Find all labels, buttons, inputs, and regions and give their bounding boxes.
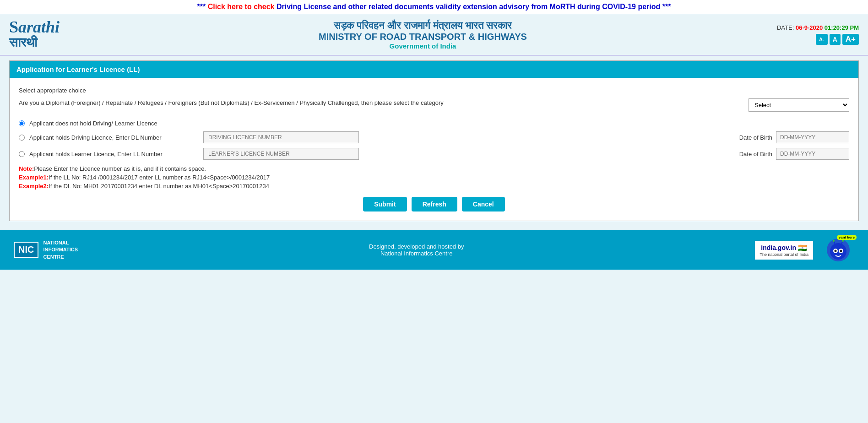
dob-group-ll: Date of Birth: [739, 148, 849, 160]
note-line-3: Example2:If the DL No: MH01 20170001234 …: [19, 183, 849, 190]
font-size-controls: A- A A+: [816, 34, 859, 45]
portal-title: india.gov.in: [761, 244, 796, 251]
banner-stars-suffix: ***: [662, 3, 671, 11]
main-content: Application for Learner's Licence (LL) S…: [0, 56, 868, 226]
form-panel-header: Application for Learner's Licence (LL): [10, 61, 858, 78]
banner-click-text[interactable]: Click here to check: [208, 3, 275, 11]
hosted-by: National Informatics Centre: [369, 250, 464, 257]
footer-right: india.gov.in 🇮🇳 The national portal of I…: [755, 239, 854, 261]
date-value: 06-9-2020: [796, 24, 823, 31]
logo-area: Sarathi सारथी: [9, 19, 69, 50]
site-footer: NIC NATIONAL INFORMATICS CENTRE Designed…: [0, 230, 868, 270]
example2-text: If the DL No: MH01 20170001234 enter DL …: [49, 183, 269, 190]
mascot-area: vani here: [827, 239, 854, 261]
example1-text: If the LL No: RJ14 /0001234/2017 enter L…: [49, 174, 270, 181]
refresh-button[interactable]: Refresh: [412, 197, 457, 212]
cancel-button[interactable]: Cancel: [462, 197, 505, 212]
note-line-2: Example1:If the LL No: RJ14 /0001234/201…: [19, 174, 849, 181]
hindi-ministry-title: सड़क परिवहन और राजमार्ग मंत्रालय भारत सर…: [69, 20, 777, 32]
dob-label-ll: Date of Birth: [739, 151, 772, 157]
nic-line1: NATIONAL: [43, 239, 78, 246]
nic-logo-box: NIC: [14, 242, 38, 258]
radio-group: Applicant does not hold Driving/ Learner…: [19, 120, 849, 160]
dl-number-input[interactable]: [203, 131, 359, 143]
nic-info: NIC NATIONAL INFORMATICS CENTRE: [14, 239, 78, 260]
radio-row-1: Applicant does not hold Driving/ Learner…: [19, 120, 849, 127]
date-label: DATE:: [777, 24, 794, 31]
category-select[interactable]: Select Diplomat (Foreigner) Repatriate R…: [749, 98, 849, 112]
font-large-button[interactable]: A+: [842, 34, 859, 45]
radio-ll-label: Applicant holds Learner Licence, Enter L…: [29, 151, 203, 157]
radio-ll[interactable]: [19, 151, 25, 157]
date-info: DATE: 06-9-2020 01:20:29 PM: [777, 24, 859, 31]
radio-no-licence-label: Applicant does not hold Driving/ Learner…: [29, 120, 203, 127]
logo-hindi: सारथी: [9, 35, 69, 50]
footer-designed-text: Designed, developed and hosted by Nation…: [369, 243, 464, 257]
radio-row-2: Applicant holds Driving Licence, Enter D…: [19, 131, 849, 143]
banner-link-text[interactable]: Driving License and other related docume…: [277, 3, 660, 11]
note-text: Please Enter the Licence number as it is…: [34, 165, 206, 172]
time-value: 01:20:29 PM: [825, 24, 859, 31]
designed-text: Designed, developed and hosted by: [369, 243, 464, 250]
category-row: Are you a Diplomat (Foreigner) / Repatri…: [19, 98, 849, 112]
notes-section: Note:Please Enter the Licence number as …: [19, 165, 849, 190]
svg-point-8: [840, 250, 842, 252]
example2-prefix: Example2:: [19, 183, 49, 190]
english-ministry-title: MINISTRY OF ROAD TRANSPORT & HIGHWAYS: [69, 32, 777, 42]
dob-group-dl: Date of Birth: [739, 131, 849, 143]
radio-row-3: Applicant holds Learner Licence, Enter L…: [19, 148, 849, 160]
banner-stars-prefix: ***: [197, 3, 206, 11]
font-small-button[interactable]: A-: [816, 34, 828, 45]
form-panel: Application for Learner's Licence (LL) S…: [9, 60, 859, 221]
submit-button[interactable]: Submit: [363, 197, 407, 212]
note-prefix: Note:: [19, 165, 34, 172]
radio-dl-label: Applicant holds Driving Licence, Enter D…: [29, 134, 203, 141]
header-center: सड़क परिवहन और राजमार्ग मंत्रालय भारत सर…: [69, 20, 777, 50]
dob-label-dl: Date of Birth: [739, 134, 772, 141]
select-choice-label: Select appropriate choice: [19, 87, 849, 94]
font-medium-button[interactable]: A: [830, 34, 841, 45]
form-body: Select appropriate choice Are you a Dipl…: [10, 78, 858, 221]
svg-point-2: [833, 240, 835, 242]
nic-full-name: NATIONAL INFORMATICS CENTRE: [43, 239, 78, 260]
header-right: DATE: 06-9-2020 01:20:29 PM A- A A+: [777, 24, 859, 45]
panel-title: Application for Learner's Licence (LL): [16, 65, 140, 73]
nic-line2: INFORMATICS: [43, 246, 78, 253]
radio-no-licence[interactable]: [19, 120, 25, 126]
site-header: Sarathi सारथी सड़क परिवहन और राजमार्ग मं…: [0, 14, 868, 56]
radio-dl[interactable]: [19, 135, 25, 141]
india-flag-icon: 🇮🇳: [798, 244, 807, 252]
nic-abbr: NIC: [18, 244, 34, 255]
gov-subtitle: Government of India: [69, 42, 777, 50]
logo-main-text: Sarathi: [9, 19, 69, 35]
mascot-svg: [828, 239, 849, 260]
top-banner: *** Click here to check Driving License …: [0, 0, 868, 14]
svg-point-7: [834, 250, 836, 252]
mascot-icon: [827, 239, 850, 261]
india-portal[interactable]: india.gov.in 🇮🇳 The national portal of I…: [755, 241, 813, 260]
portal-sub: The national portal of India: [760, 252, 808, 257]
nic-line3: CENTRE: [43, 254, 78, 260]
dob-input-dl[interactable]: [776, 131, 849, 143]
svg-point-4: [842, 240, 844, 242]
note-line-1: Note:Please Enter the Licence number as …: [19, 165, 849, 172]
example1-prefix: Example1:: [19, 174, 49, 181]
dob-input-ll[interactable]: [776, 148, 849, 160]
category-question: Are you a Diplomat (Foreigner) / Repatri…: [19, 98, 739, 108]
svg-point-0: [830, 243, 846, 260]
ll-number-input[interactable]: [203, 148, 359, 160]
form-buttons: Submit Refresh Cancel: [19, 197, 849, 212]
mascot-badge: vani here: [837, 235, 857, 240]
